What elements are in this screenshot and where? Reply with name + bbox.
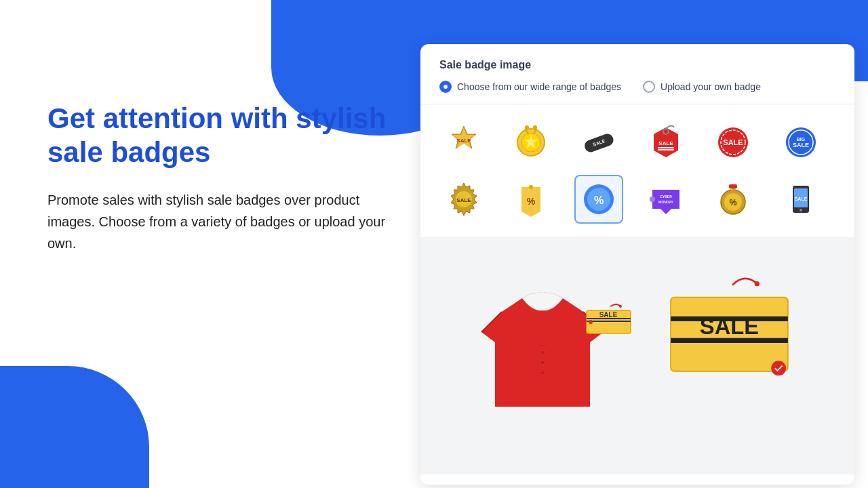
radio-choose-label: Choose from our wide range of badges — [457, 81, 621, 92]
badge-yellow-percent[interactable]: % — [507, 175, 555, 224]
svg-text:BIG: BIG — [796, 137, 805, 142]
svg-point-45 — [541, 351, 544, 354]
radio-upload-label: Upload your own badge — [660, 81, 761, 92]
radio-option-upload[interactable]: Upload your own badge — [643, 81, 761, 93]
radio-group: Choose from our wide range of badges Upl… — [439, 81, 835, 93]
badge-gold-sale-seal[interactable]: SALE — [439, 118, 488, 167]
svg-point-9 — [533, 125, 537, 129]
svg-text:SALE: SALE — [658, 140, 673, 146]
card-header: Sale badge image Choose from our wide ra… — [420, 44, 854, 104]
svg-text:SALE: SALE — [724, 138, 743, 146]
badge-red-circle-sale[interactable]: SALE — [709, 118, 757, 167]
svg-text:MONDAY: MONDAY — [658, 200, 673, 204]
shirt-svg — [475, 278, 610, 420]
svg-text:%: % — [730, 198, 737, 207]
svg-point-31 — [650, 197, 655, 202]
svg-point-8 — [525, 125, 529, 129]
svg-text:CYBER: CYBER — [660, 195, 672, 199]
svg-point-59 — [771, 361, 786, 375]
card-title: Sale badge image — [439, 59, 835, 71]
badge-phone[interactable]: SALE — [776, 175, 825, 224]
badge-big-sale-blue[interactable]: BIG SALE — [776, 118, 825, 167]
badge-dark-tag[interactable]: SALE — [574, 118, 623, 167]
badge-percent-medal[interactable]: % — [709, 175, 757, 224]
small-sale-tag: SALE — [583, 304, 637, 340]
svg-point-48 — [619, 305, 622, 308]
preview-area: SALE SALE — [420, 237, 854, 474]
radio-choose-indicator — [439, 81, 452, 93]
left-panel: Get attention with stylish sale badges P… — [47, 102, 407, 254]
svg-text:SALE: SALE — [794, 197, 807, 201]
badge-red-sale-hook[interactable]: SALE — [642, 118, 690, 167]
svg-point-26 — [529, 185, 533, 189]
svg-text:SALE: SALE — [793, 142, 809, 148]
radio-upload-indicator — [643, 81, 655, 93]
svg-text:SALE: SALE — [456, 138, 471, 144]
large-sale-tag-svg: SALE — [665, 271, 800, 441]
description: Promote sales with stylish sale badges o… — [47, 189, 407, 254]
badge-cyber-monday[interactable]: CYBER MONDAY — [642, 175, 690, 224]
svg-point-53 — [589, 320, 593, 324]
ui-card: Sale badge image Choose from our wide ra… — [420, 44, 854, 485]
shirt-preview-container: SALE — [475, 278, 624, 434]
svg-point-46 — [541, 361, 544, 364]
svg-text:SALE: SALE — [700, 314, 759, 339]
svg-text:%: % — [527, 196, 536, 207]
svg-point-47 — [541, 371, 544, 374]
svg-text:SALE: SALE — [599, 311, 618, 319]
badge-grid: SALE SALE — [420, 104, 854, 237]
bg-bottom-left-shape — [0, 366, 149, 488]
badge-gear-seal[interactable]: SALE — [439, 175, 488, 224]
svg-text:%: % — [594, 195, 604, 206]
svg-rect-39 — [729, 184, 737, 188]
large-sale-tag-container: SALE — [665, 281, 800, 430]
svg-text:SALE: SALE — [456, 197, 471, 203]
svg-point-43 — [800, 209, 802, 211]
badge-yellow-medal[interactable] — [507, 118, 555, 167]
svg-point-54 — [755, 281, 760, 286]
badge-blue-percent-circle[interactable]: % — [574, 175, 623, 224]
radio-option-choose[interactable]: Choose from our wide range of badges — [439, 81, 621, 93]
headline: Get attention with stylish sale badges — [47, 102, 407, 170]
